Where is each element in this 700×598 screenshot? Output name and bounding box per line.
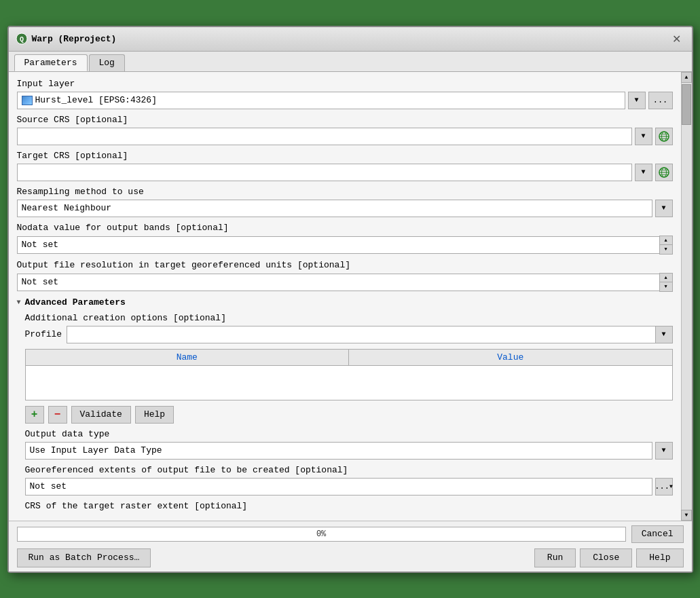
creation-options-table: Name Value: [25, 349, 673, 400]
remove-row-button[interactable]: −: [48, 406, 67, 424]
georef-extents-label: Georeferenced extents of output file to …: [25, 465, 673, 475]
resampling-method-label: Resampling method to use: [17, 187, 673, 197]
tab-log[interactable]: Log: [89, 54, 125, 71]
nodata-spin-up[interactable]: ▲: [660, 236, 672, 245]
profile-row: Profile ▼: [25, 326, 673, 343]
nodata-label: Nodata value for output bands [optional]: [17, 223, 673, 233]
georef-extents-ellipsis[interactable]: ... ▼: [655, 478, 673, 496]
table-body[interactable]: [26, 366, 672, 400]
profile-dropdown[interactable]: ▼: [655, 326, 673, 343]
profile-select[interactable]: [67, 326, 673, 343]
source-crs-dropdown[interactable]: ▼: [635, 128, 652, 145]
target-crs-globe-button[interactable]: [655, 164, 673, 181]
main-buttons: Run Close Help: [534, 548, 684, 567]
output-resolution-label: Output file resolution in target georefe…: [17, 260, 673, 270]
globe-icon: [658, 130, 670, 143]
scroll-down-button[interactable]: ▼: [681, 510, 692, 521]
crs-target-label: CRS of the target raster extent [optiona…: [25, 501, 673, 511]
layer-icon: [22, 96, 33, 105]
content-area: Input layer Hurst_level [EPSG:4326] ▼ ..…: [9, 72, 692, 521]
nodata-input[interactable]: Not set: [17, 236, 659, 254]
input-layer-dropdown[interactable]: ▼: [628, 92, 646, 109]
target-crs-row: ▼: [17, 164, 673, 181]
nodata-spinners: ▲ ▼: [659, 236, 673, 255]
collapse-icon: ▼: [17, 299, 21, 306]
svg-text:Q: Q: [19, 36, 23, 43]
georef-extents-row: ... ▼: [25, 478, 673, 496]
scrollbar[interactable]: ▲ ▼: [681, 72, 692, 521]
resampling-method-value: Nearest Neighbour: [17, 200, 652, 217]
qgis-icon: Q: [16, 33, 28, 45]
creation-options-label: Additional creation options [optional]: [25, 313, 673, 323]
input-layer-label: Input layer: [17, 79, 673, 89]
advanced-inner: Additional creation options [optional] P…: [17, 313, 673, 511]
output-data-type-row: Use Input Layer Data Type ▼: [25, 442, 673, 460]
advanced-section: ▼ Advanced Parameters Additional creatio…: [17, 297, 673, 511]
close-button[interactable]: Close: [580, 548, 632, 567]
profile-label: Profile: [25, 329, 62, 339]
tabs-bar: Parameters Log: [9, 52, 692, 72]
target-crs-label: Target CRS [optional]: [17, 151, 673, 161]
bottom-bar: 0% Cancel Run as Batch Process… Run Clos…: [9, 521, 692, 572]
validate-button[interactable]: Validate: [71, 406, 131, 424]
resampling-dropdown[interactable]: ▼: [655, 200, 673, 217]
output-data-type-dropdown[interactable]: ▼: [655, 442, 673, 460]
target-crs-value[interactable]: [17, 164, 632, 181]
resampling-method-row: Nearest Neighbour ▼: [17, 200, 673, 217]
run-button[interactable]: Run: [534, 548, 576, 567]
table-name-header: Name: [26, 350, 350, 365]
source-crs-value[interactable]: [17, 128, 632, 145]
scroll-up-button[interactable]: ▲: [681, 72, 692, 83]
buttons-row: Run as Batch Process… Run Close Help: [17, 548, 684, 567]
profile-select-wrapper: ▼: [67, 326, 673, 343]
georef-extents-input[interactable]: [25, 478, 652, 496]
table-actions: + − Validate Help: [25, 406, 673, 424]
progress-row: 0% Cancel: [17, 525, 684, 543]
nodata-spin-down[interactable]: ▼: [660, 245, 672, 254]
table-value-header: Value: [349, 350, 672, 365]
source-crs-globe-button[interactable]: [655, 128, 673, 145]
title-bar: Q Warp (Reproject) ✕: [9, 27, 692, 52]
source-crs-label: Source CRS [optional]: [17, 115, 673, 125]
window-title: Warp (Reproject): [32, 34, 117, 44]
nodata-row: Not set ▲ ▼: [17, 236, 673, 255]
input-layer-value: Hurst_level [EPSG:4326]: [17, 92, 625, 109]
output-data-type-label: Output data type: [25, 429, 673, 439]
input-layer-ellipsis-button[interactable]: ...: [648, 92, 673, 109]
cancel-button[interactable]: Cancel: [631, 525, 684, 543]
scroll-area[interactable]: Input layer Hurst_level [EPSG:4326] ▼ ..…: [9, 72, 681, 521]
source-crs-row: ▼: [17, 128, 673, 145]
resolution-spin-up[interactable]: ▲: [660, 274, 672, 282]
input-layer-row: Hurst_level [EPSG:4326] ▼ ...: [17, 92, 673, 109]
help-button[interactable]: Help: [636, 548, 683, 567]
resolution-spin-down[interactable]: ▼: [660, 282, 672, 291]
add-row-button[interactable]: +: [25, 406, 44, 424]
dialog-warp-reproject: Q Warp (Reproject) ✕ Parameters Log Inpu…: [7, 26, 693, 573]
output-resolution-spinners: ▲ ▼: [659, 273, 673, 292]
progress-bar-container: 0%: [17, 527, 626, 542]
output-resolution-input[interactable]: Not set: [17, 274, 659, 291]
scroll-thumb[interactable]: [682, 84, 691, 125]
table-header: Name Value: [26, 350, 672, 366]
output-resolution-row: Not set ▲ ▼: [17, 273, 673, 292]
target-crs-dropdown[interactable]: ▼: [635, 164, 652, 181]
close-window-button[interactable]: ✕: [668, 31, 685, 47]
output-data-type-value: Use Input Layer Data Type: [25, 442, 652, 460]
help-creation-button[interactable]: Help: [135, 406, 174, 424]
progress-label: 0%: [316, 529, 326, 539]
title-bar-left: Q Warp (Reproject): [16, 33, 117, 45]
globe-icon-2: [658, 166, 670, 179]
tab-parameters[interactable]: Parameters: [14, 54, 88, 71]
advanced-header[interactable]: ▼ Advanced Parameters: [17, 297, 673, 307]
batch-process-button[interactable]: Run as Batch Process…: [17, 548, 151, 567]
